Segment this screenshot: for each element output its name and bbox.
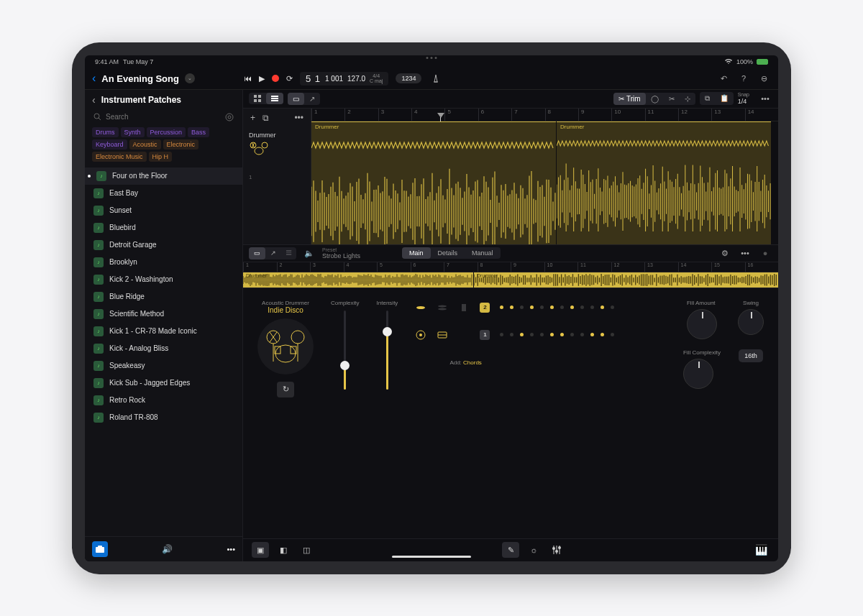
filter-icon[interactable] (225, 113, 234, 121)
patch-item[interactable]: ♪Kick 2 - Washington (85, 271, 242, 288)
settings-button[interactable]: ⊖ (757, 71, 771, 86)
scissors-tool-button[interactable]: ✂ (664, 93, 680, 105)
track-more-button[interactable]: ••• (294, 113, 303, 123)
pattern-step[interactable] (601, 333, 604, 336)
lcd-display[interactable]: 5 1 1 001 127.0 4/4 C maj (300, 72, 388, 86)
pattern-step[interactable] (601, 305, 604, 309)
editor-automation-button[interactable]: ↗ (265, 247, 281, 259)
project-title[interactable]: An Evening Song (101, 73, 179, 84)
play-button[interactable]: ▶ (259, 74, 265, 83)
add-chords-row[interactable]: Add: Chords (415, 357, 666, 366)
add-track-button[interactable]: + (250, 113, 255, 123)
regenerate-button[interactable]: ↻ (277, 382, 294, 397)
patch-item[interactable]: ♪Detroit Garage (85, 236, 242, 254)
patch-item[interactable]: ♪Sunset (85, 202, 242, 219)
drumkit-picker[interactable] (257, 318, 314, 374)
pattern-step[interactable] (540, 305, 544, 309)
pattern-step[interactable] (520, 333, 524, 336)
join-tool-button[interactable]: ⊹ (680, 93, 695, 105)
pattern-step[interactable] (580, 305, 584, 309)
tag-electronic[interactable]: Electronic (163, 139, 199, 150)
tag-electronic-music[interactable]: Electronic Music (92, 152, 147, 162)
duplicate-track-button[interactable]: ⧉ (262, 113, 269, 123)
intensity-slider[interactable] (386, 311, 388, 390)
browser-button[interactable]: ▣ (252, 542, 269, 558)
pattern-step[interactable] (530, 333, 534, 336)
pattern-step[interactable] (540, 333, 544, 336)
help-button[interactable]: ? (736, 71, 751, 86)
pattern-step[interactable] (611, 333, 614, 336)
copy-button[interactable]: ⧉ (700, 92, 715, 105)
pattern-step[interactable] (590, 333, 594, 336)
pattern-step[interactable] (530, 305, 534, 309)
hihat-variation-number[interactable]: 2 (480, 303, 490, 313)
patch-item[interactable]: ♪Brooklyn (85, 254, 242, 271)
library-button[interactable] (92, 541, 108, 557)
multitask-dots[interactable] (426, 57, 437, 59)
home-indicator[interactable] (392, 556, 471, 558)
swing-value-selector[interactable]: 16th (739, 349, 763, 362)
automation-tool-button[interactable]: ↗ (304, 93, 320, 105)
timeline-ruler[interactable]: 1234567891011121314 (311, 109, 778, 121)
smart-controls-button[interactable]: ☼ (525, 542, 542, 558)
pattern-step[interactable] (500, 305, 503, 309)
pattern-step[interactable] (580, 333, 584, 336)
back-button[interactable]: ‹ (92, 72, 96, 85)
search-input[interactable] (106, 113, 221, 121)
mixer-button[interactable] (548, 542, 565, 558)
fill-amount-knob[interactable] (687, 309, 717, 339)
swing-knob[interactable] (738, 309, 764, 335)
editor-region-1[interactable]: Drummer (243, 272, 473, 288)
tag-synth[interactable]: Synth (121, 127, 145, 137)
pattern-step[interactable] (550, 333, 554, 336)
patch-item[interactable]: ♪Kick 1 - CR-78 Made Iconic (85, 323, 242, 340)
tag-acoustic[interactable]: Acoustic (129, 139, 161, 150)
complexity-slider[interactable] (344, 311, 346, 390)
editor-tab-manual[interactable]: Manual (465, 247, 501, 259)
editor-settings-icon[interactable]: ⚙ (718, 246, 732, 260)
fill-complexity-knob[interactable] (683, 359, 713, 389)
hihat-closed-icon[interactable] (415, 303, 426, 313)
patch-item[interactable]: ♪Blue Ridge (85, 288, 242, 305)
rewind-button[interactable]: ⏮ (244, 74, 252, 83)
region-drummer-1[interactable]: Drummer (311, 121, 556, 244)
editor-beat-view-button[interactable]: 𝄚 (281, 247, 296, 259)
timeline-area[interactable]: 1234567891011121314 Drummer Drummer (311, 109, 778, 244)
kick-snare-pattern-row[interactable]: 1 (415, 330, 666, 340)
library-back-button[interactable]: ‹ (92, 94, 96, 106)
project-dropdown-icon[interactable]: ⌄ (185, 73, 195, 83)
region-drummer-2[interactable]: Drummer (557, 121, 771, 244)
editor-region-view-button[interactable]: ▭ (249, 247, 265, 259)
pattern-step[interactable] (520, 305, 524, 309)
preset-selector[interactable]: Preset Strobe Lights (322, 247, 360, 259)
loop-tool-button[interactable]: ◯ (646, 93, 664, 105)
editor-ruler[interactable]: 12345678910111213141516 (243, 262, 778, 272)
paste-button[interactable]: 📋 (715, 92, 734, 105)
pattern-step[interactable] (550, 305, 554, 309)
pattern-step[interactable] (500, 333, 503, 336)
pattern-step[interactable] (510, 333, 513, 336)
keyboard-button[interactable]: 🎹 (752, 542, 770, 558)
patch-item[interactable]: ♪Bluebird (85, 219, 242, 236)
snap-selector[interactable]: Snap 1/4 (738, 92, 754, 105)
pattern-step[interactable] (510, 305, 513, 309)
track-header[interactable]: Drummer (243, 127, 311, 160)
undo-button[interactable]: ↶ (716, 71, 731, 86)
trim-tool-button[interactable]: ✂ Trim (613, 93, 645, 105)
cycle-button[interactable]: ⟳ (286, 74, 293, 83)
patch-item[interactable]: ♪Roland TR-808 (85, 409, 242, 426)
editor-tab-details[interactable]: Details (431, 247, 465, 259)
editor-more-button[interactable]: ••• (738, 246, 752, 260)
notepad-button[interactable]: ◧ (275, 542, 292, 558)
tag-drums[interactable]: Drums (92, 127, 119, 137)
playhead[interactable] (437, 109, 444, 121)
tag-keyboard[interactable]: Keyboard (92, 139, 127, 150)
metronome-button[interactable] (429, 71, 443, 86)
sidebar-more-button[interactable]: ••• (227, 545, 235, 553)
hihat-open-icon[interactable] (437, 303, 448, 313)
snare-icon[interactable] (437, 330, 448, 340)
kick-variation-number[interactable]: 1 (480, 330, 490, 340)
ride-icon[interactable] (458, 303, 470, 313)
kick-icon[interactable] (415, 330, 426, 340)
loop-browser-button[interactable]: ◫ (298, 542, 315, 558)
